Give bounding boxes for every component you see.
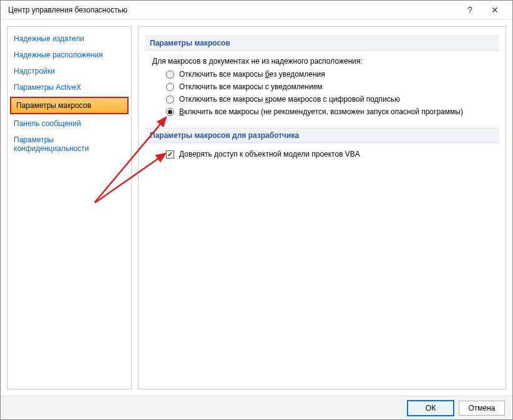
macro-settings-description: Для макросов в документах не из надежног…	[152, 57, 496, 66]
titlebar: Центр управления безопасностью ? ✕	[1, 1, 512, 20]
nav-message-bar[interactable]: Панель сообщений	[7, 115, 131, 132]
close-icon: ✕	[491, 5, 499, 15]
nav-trusted-locations[interactable]: Надежные расположения	[7, 47, 131, 63]
trust-vba-checkbox-row[interactable]: Доверять доступ к объектной модели проек…	[166, 149, 496, 159]
help-icon: ?	[467, 5, 472, 15]
radio-label: Отключить все макросы без уведомления	[179, 69, 325, 79]
nav-privacy-options[interactable]: Параметры конфиденциальности	[7, 132, 131, 157]
window-title: Центр управления безопасностью	[8, 6, 457, 14]
radio-label: Включить все макросы (не рекомендуется, …	[179, 107, 463, 117]
macro-options-group: Отключить все макросы без уведомления От…	[166, 69, 496, 117]
nav-activex-settings[interactable]: Параметры ActiveX	[7, 79, 131, 95]
macro-option-disable-except-signed[interactable]: Отключить все макросы кроме макросов с ц…	[166, 94, 496, 104]
content-panel: Параметры макросов Для макросов в докуме…	[138, 26, 506, 389]
trust-center-dialog: Центр управления безопасностью ? ✕ Надеж…	[0, 0, 513, 420]
macro-option-disable-no-notify[interactable]: Отключить все макросы без уведомления	[166, 69, 496, 79]
dialog-body: Надежные издатели Надежные расположения …	[1, 20, 512, 396]
titlebar-controls: ? ✕	[457, 3, 507, 17]
macro-option-disable-notify[interactable]: Отключить все макросы с уведомлением	[166, 82, 496, 92]
cancel-button[interactable]: Отмена	[459, 401, 505, 416]
radio-icon	[166, 71, 174, 79]
developer-macro-section: Параметры макросов для разработчика Дове…	[149, 128, 496, 159]
radio-icon	[166, 108, 174, 116]
navigation-panel: Надежные издатели Надежные расположения …	[7, 26, 132, 389]
close-button[interactable]: ✕	[482, 3, 507, 17]
ok-button[interactable]: ОК	[408, 401, 454, 416]
radio-icon	[166, 95, 174, 104]
radio-icon	[166, 83, 174, 91]
help-button[interactable]: ?	[457, 3, 482, 17]
nav-addins[interactable]: Надстройки	[7, 63, 131, 79]
macro-settings-header: Параметры макросов	[145, 36, 499, 51]
nav-macro-settings-label: Параметры макросов	[10, 97, 129, 114]
radio-label: Отключить все макросы кроме макросов с ц…	[179, 94, 400, 104]
developer-macro-header: Параметры макросов для разработчика	[145, 128, 499, 143]
nav-macro-settings[interactable]: Параметры макросов	[7, 95, 131, 115]
checkbox-icon	[166, 150, 174, 159]
macro-option-enable-all[interactable]: Включить все макросы (не рекомендуется, …	[166, 107, 496, 117]
radio-label: Отключить все макросы с уведомлением	[179, 82, 323, 92]
nav-trusted-publishers[interactable]: Надежные издатели	[7, 31, 131, 47]
dialog-button-bar: ОК Отмена	[1, 396, 512, 419]
checkbox-label: Доверять доступ к объектной модели проек…	[179, 149, 360, 159]
